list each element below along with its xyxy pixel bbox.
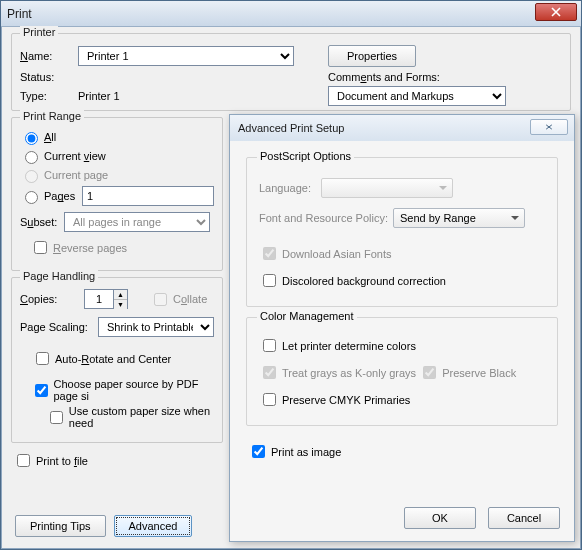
printer-name-select[interactable]: Printer 1 [78,46,294,66]
subset-label: Subset: [20,216,64,228]
language-label: Language: [259,182,321,194]
copies-input[interactable] [85,290,113,308]
advanced-title: Advanced Print Setup [238,122,344,134]
properties-button[interactable]: Properties [328,45,416,67]
cancel-button[interactable]: Cancel [488,507,560,529]
close-icon [551,7,561,17]
use-custom-checkbox[interactable] [50,411,63,424]
range-all-radio[interactable] [25,132,38,145]
close-x-icon [542,123,556,131]
printer-group: Printer Name: Printer 1 Properties Statu… [11,33,571,111]
page-handling-group: Page Handling Copies: ▲▼ Collate Page Sc… [11,277,223,443]
let-printer-checkbox[interactable] [263,339,276,352]
range-currentview-label: Current view [44,150,106,162]
close-button[interactable] [535,3,577,21]
preserve-black-checkbox [423,366,436,379]
print-as-image-label: Print as image [271,446,341,458]
treat-grays-label: Treat grays as K-only grays [282,367,416,379]
advanced-setup-dialog: Advanced Print Setup PostScript Options … [229,114,575,542]
range-pages-radio[interactable] [25,191,38,204]
range-pages-input[interactable] [82,186,214,206]
titlebar[interactable]: Print [1,1,581,27]
discolored-checkbox[interactable] [263,274,276,287]
type-label: Type: [20,90,78,102]
collate-checkbox [154,293,167,306]
spin-up-icon[interactable]: ▲ [114,290,127,300]
type-value: Printer 1 [78,90,294,102]
frp-label: Font and Resource Policy: [259,212,393,224]
advanced-button[interactable]: Advanced [114,515,193,537]
preserve-cmyk-label: Preserve CMYK Primaries [282,394,410,406]
name-label: Name: [20,50,78,62]
spin-down-icon[interactable]: ▼ [114,300,127,309]
reverse-pages-checkbox[interactable] [34,241,47,254]
range-currentpage-radio [25,170,38,183]
print-as-image-checkbox[interactable] [252,445,265,458]
let-printer-label: Let printer determine colors [282,340,416,352]
range-legend: Print Range [20,110,84,122]
window-title: Print [7,7,32,21]
cm-legend: Color Management [257,310,357,322]
autorotate-label: Auto-Rotate and Center [55,353,171,365]
dl-asian-checkbox [263,247,276,260]
preserve-cmyk-checkbox[interactable] [263,393,276,406]
ps-legend: PostScript Options [257,150,354,162]
print-to-file-label: Print to file [36,455,88,467]
comments-select[interactable]: Document and Markups [328,86,506,106]
frp-select[interactable]: Send by Range [393,208,525,228]
copies-spinner[interactable]: ▲▼ [84,289,128,309]
choose-paper-label: Choose paper source by PDF page si [54,378,215,402]
range-currentview-radio[interactable] [25,151,38,164]
use-custom-label: Use custom paper size when need [69,405,214,429]
advanced-titlebar[interactable]: Advanced Print Setup [230,115,574,141]
subset-select[interactable]: All pages in range [64,212,210,232]
comments-label: Comments and Forms: [328,71,440,83]
status-label: Status: [20,71,78,83]
advanced-close-button[interactable] [530,119,568,135]
ok-button[interactable]: OK [404,507,476,529]
range-pages-label: Pages [44,190,82,202]
scaling-label: Page Scaling: [20,321,92,333]
copies-label: Copies: [20,293,68,305]
printer-legend: Printer [20,26,58,38]
ph-legend: Page Handling [20,270,98,282]
choose-paper-checkbox[interactable] [35,384,48,397]
collate-label: Collate [173,293,207,305]
dl-asian-label: Download Asian Fonts [282,248,391,260]
language-select [321,178,453,198]
discolored-label: Discolored background correction [282,275,446,287]
preserve-black-label: Preserve Black [442,367,516,379]
print-range-group: Print Range All Current view Current pag… [11,117,223,271]
color-mgmt-group: Color Management Let printer determine c… [246,317,558,426]
treat-grays-checkbox [263,366,276,379]
range-all-label: All [44,131,56,143]
autorotate-checkbox[interactable] [36,352,49,365]
print-to-file-checkbox[interactable] [17,454,30,467]
reverse-pages-label: Reverse pages [53,242,127,254]
page-scaling-select[interactable]: Shrink to Printable Area [98,317,214,337]
printing-tips-button[interactable]: Printing Tips [15,515,106,537]
range-currentpage-label: Current page [44,169,108,181]
postscript-group: PostScript Options Language: Font and Re… [246,157,558,307]
